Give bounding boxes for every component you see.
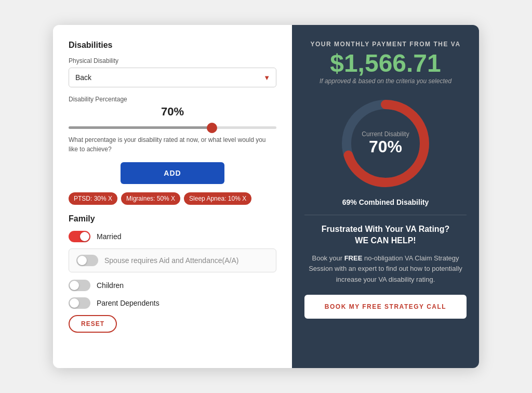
physical-disability-select[interactable]: Back xyxy=(69,68,276,87)
left-panel: Disabilities Physical Disability Back ▼ … xyxy=(53,25,292,368)
spouse-aa-toggle-thumb xyxy=(77,256,87,265)
donut-center: Current Disability 70% xyxy=(362,130,409,156)
free-label: FREE xyxy=(344,254,363,262)
children-label: Children xyxy=(97,281,124,290)
tag-sleep-apnea-label: Sleep Apnea: 10% X xyxy=(189,195,246,202)
add-button[interactable]: ADD xyxy=(121,162,224,184)
donut-chart: Current Disability 70% xyxy=(336,94,435,193)
married-label: Married xyxy=(97,232,121,241)
parent-dependents-label: Parent Dependents xyxy=(97,299,159,307)
tags-row: PTSD: 30% X Migraines: 50% X Sleep Apnea… xyxy=(69,192,276,205)
slider-container xyxy=(69,122,276,131)
payment-label: YOUR MONTHLY PAYMENT FROM THE VA xyxy=(310,41,460,48)
frustrated-body: Book your FREE no-obligation VA Claim St… xyxy=(304,253,467,285)
percentage-display: 70% xyxy=(69,105,276,119)
main-container: Disabilities Physical Disability Back ▼ … xyxy=(53,25,479,368)
children-row: Children xyxy=(69,280,276,291)
married-toggle[interactable] xyxy=(69,231,90,242)
children-toggle-thumb xyxy=(70,281,79,290)
donut-center-label: Current Disability xyxy=(362,130,409,138)
right-panel: YOUR MONTHLY PAYMENT FROM THE VA $1,566.… xyxy=(292,25,479,368)
spouse-aa-label: Spouse requires Aid and Attendance(A/A) xyxy=(104,256,238,265)
married-row: Married xyxy=(69,231,276,242)
tag-migraines[interactable]: Migraines: 50% X xyxy=(121,192,180,205)
tag-migraines-label: Migraines: 50% X xyxy=(126,195,175,202)
married-toggle-thumb xyxy=(80,232,89,241)
spouse-aa-toggle[interactable] xyxy=(76,255,98,266)
parent-dependents-row: Parent Dependents xyxy=(69,297,276,309)
hint-text: What percentage is your disability rated… xyxy=(69,135,276,154)
divider xyxy=(304,215,467,215)
family-title: Family xyxy=(69,214,276,224)
disabilities-section-title: Disabilities xyxy=(69,41,276,50)
physical-disability-label: Physical Disability xyxy=(69,57,276,64)
combined-disability: 69% Combined Disability xyxy=(342,198,429,206)
parent-toggle-thumb xyxy=(70,298,79,308)
strategy-call-button[interactable]: BOOK MY FREE STRATEGY CALL xyxy=(304,295,467,319)
donut-center-value: 70% xyxy=(362,138,409,156)
physical-disability-select-wrapper: Back ▼ xyxy=(69,68,276,87)
payment-note: If approved & based on the criteria you … xyxy=(320,77,451,85)
family-section: Family Married Spouse requires Aid and A… xyxy=(69,214,276,309)
frustrated-title: Frustrated With Your VA Rating?WE CAN HE… xyxy=(322,224,449,247)
spouse-aa-box: Spouse requires Aid and Attendance(A/A) xyxy=(69,248,276,272)
tag-ptsd[interactable]: PTSD: 30% X xyxy=(69,192,117,205)
parent-toggle[interactable] xyxy=(69,297,90,309)
reset-button[interactable]: RESET xyxy=(69,315,117,333)
disability-slider[interactable] xyxy=(69,126,276,129)
tag-ptsd-label: PTSD: 30% X xyxy=(74,195,112,202)
disability-percentage-label: Disability Percentage xyxy=(69,96,276,103)
tag-sleep-apnea[interactable]: Sleep Apnea: 10% X xyxy=(184,192,251,205)
payment-amount: $1,566.71 xyxy=(330,50,441,77)
children-toggle[interactable] xyxy=(69,280,90,291)
